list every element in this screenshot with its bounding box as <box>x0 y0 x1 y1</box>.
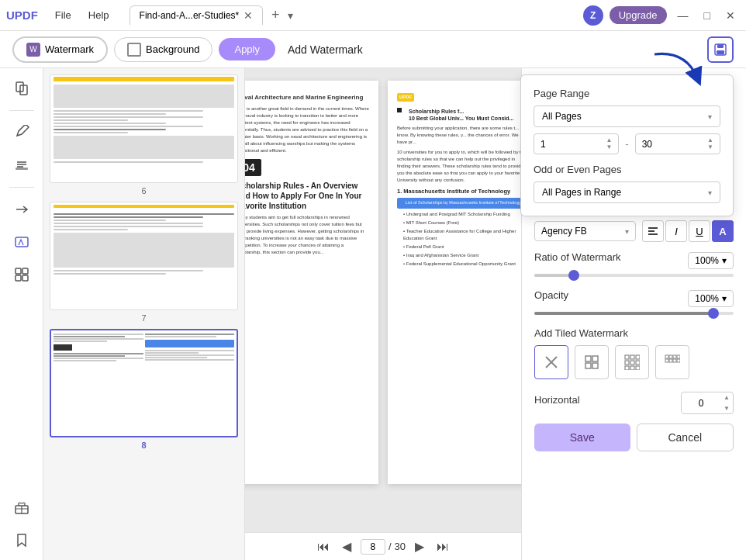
thumb-8-left <box>54 333 143 429</box>
odd-even-title: Odd or Even Pages <box>534 164 720 175</box>
italic-button[interactable]: I <box>665 220 687 242</box>
thumb-yellow-bar-7 <box>54 205 234 208</box>
ratio-slider-thumb[interactable] <box>568 270 579 281</box>
sidebar-icon-organize[interactable] <box>8 261 36 289</box>
thumb-line-7-6 <box>54 229 128 230</box>
underline-button[interactable]: U <box>689 220 710 242</box>
pdf-logo: UPDF <box>397 93 521 102</box>
toolbar: W Watermark Background Apply Add Waterma… <box>0 31 746 68</box>
prev-page-button[interactable]: ◀ <box>339 539 354 554</box>
opacity-section: Opacity 100% ▾ <box>534 289 734 315</box>
svg-rect-26 <box>630 361 634 365</box>
from-page-input[interactable]: ▲ ▼ <box>534 133 619 154</box>
minimize-button[interactable]: — <box>673 9 693 22</box>
svg-rect-34 <box>677 355 680 358</box>
thumbnail-page-7[interactable]: 7 <box>50 202 238 323</box>
horizontal-down-btn[interactable]: ▼ <box>720 403 733 414</box>
from-page-spin: ▲ ▼ <box>606 137 612 150</box>
tab-close-icon[interactable]: ✕ <box>243 9 253 22</box>
horizontal-up-btn[interactable]: ▲ <box>720 392 733 403</box>
new-tab-button[interactable]: + <box>266 7 285 23</box>
thumb-line-7-7 <box>54 270 203 271</box>
opacity-slider-track[interactable] <box>534 312 734 315</box>
to-down-btn[interactable]: ▼ <box>707 144 713 150</box>
ratio-value-select[interactable]: 100% ▾ <box>688 252 734 269</box>
menu-help[interactable]: Help <box>81 6 117 24</box>
to-up-btn[interactable]: ▲ <box>707 137 713 143</box>
cancel-button[interactable]: Cancel <box>637 423 734 451</box>
background-tab-button[interactable]: Background <box>114 37 212 62</box>
sidebar-icon-annotate[interactable] <box>8 151 36 179</box>
svg-rect-11 <box>22 275 28 281</box>
font-name-label: Agency FB <box>541 226 587 237</box>
tiled-option-4x4[interactable] <box>655 345 689 379</box>
svg-rect-8 <box>16 268 21 274</box>
sidebar-icon-convert[interactable] <box>8 195 36 223</box>
opacity-label: Opacity <box>534 289 568 301</box>
to-page-input[interactable]: ▲ ▼ <box>635 133 720 154</box>
thumbnail-page-8[interactable]: 8 <box>50 329 238 450</box>
sidebar-icon-watermark[interactable] <box>8 228 36 256</box>
active-tab[interactable]: Find-and-A...er-Studies* ✕ <box>130 5 264 25</box>
pdf-page-right: UPDF Scholarship Rules f... 10 Best Glob… <box>388 81 521 484</box>
horizontal-value-field[interactable] <box>682 394 720 413</box>
close-button[interactable]: ✕ <box>721 9 740 22</box>
opacity-value-select[interactable]: 100% ▾ <box>688 290 734 307</box>
thumb-page-num-7: 7 <box>50 313 238 323</box>
maximize-button[interactable]: □ <box>699 9 715 22</box>
tiled-grid <box>534 345 734 379</box>
t8l5 <box>54 353 143 354</box>
svg-rect-20 <box>585 363 591 368</box>
format-buttons: I U A <box>642 220 734 242</box>
next-page-button[interactable]: ▶ <box>412 539 427 554</box>
tiled-option-none[interactable] <box>534 345 568 379</box>
dropdown-caret-icon: ▾ <box>708 112 712 121</box>
t8l8 <box>54 360 116 361</box>
current-page-input[interactable] <box>361 539 385 555</box>
svg-rect-28 <box>625 366 629 370</box>
ratio-slider-track[interactable] <box>534 274 734 277</box>
watermark-tab-button[interactable]: W Watermark <box>12 36 108 63</box>
tiled-option-2x2[interactable] <box>575 345 609 379</box>
from-up-btn[interactable]: ▲ <box>606 137 612 143</box>
bottom-navigation: ⏮ ◀ / 30 ▶ ⏭ <box>245 532 521 560</box>
last-page-button[interactable]: ⏭ <box>433 540 452 554</box>
menu-file[interactable]: File <box>47 6 79 24</box>
pdf-mit-link: List of Scholarships by Massachusetts In… <box>397 198 521 209</box>
add-watermark-title: Add Watermark <box>288 43 363 56</box>
pdf-bullet-5: • Federal Supplemental Educational Oppor… <box>397 261 521 268</box>
color-button[interactable]: A <box>712 220 734 242</box>
to-page-field[interactable] <box>642 139 707 150</box>
save-button[interactable]: Save <box>534 423 630 451</box>
font-selector[interactable]: Agency FB ▾ <box>534 221 636 241</box>
from-page-field[interactable] <box>541 139 606 150</box>
thumbnail-page-6[interactable]: 6 <box>50 74 238 195</box>
sidebar-icon-gift[interactable] <box>8 493 36 521</box>
opacity-slider-thumb[interactable] <box>708 308 719 319</box>
all-pages-dropdown[interactable]: All Pages ▾ <box>534 105 720 127</box>
sidebar-icon-bookmark[interactable] <box>8 526 36 554</box>
tiled-option-3x3[interactable] <box>615 345 649 379</box>
tab-list-icon[interactable]: ▾ <box>288 9 293 22</box>
odd-even-label: All Pages in Range <box>542 187 621 198</box>
save-icon-button[interactable] <box>707 36 734 63</box>
odd-even-dropdown[interactable]: All Pages in Range ▾ <box>534 181 720 203</box>
pdf-bullet-4: • Iraq and Afghanistan Service Grant <box>397 252 521 259</box>
page-range-popup: Page Range All Pages ▾ ▲ ▼ - ▲ <box>521 74 734 216</box>
ratio-section: Ratio of Watermark 100% ▾ <box>534 251 734 277</box>
t8r1 <box>145 334 235 335</box>
first-page-button[interactable]: ⏮ <box>314 540 333 554</box>
sidebar-icon-edit[interactable] <box>8 119 36 147</box>
pdf-bullet-2: • Teacher Education Assistance for Colle… <box>397 228 521 242</box>
align-left-button[interactable] <box>642 220 664 242</box>
thumb-line-3 <box>54 116 203 118</box>
odd-even-section: Odd or Even Pages All Pages in Range ▾ <box>534 164 720 203</box>
upgrade-button[interactable]: Upgrade <box>610 6 667 24</box>
apply-button[interactable]: Apply <box>219 38 275 60</box>
svg-rect-18 <box>585 356 591 361</box>
t8l7 <box>54 358 143 359</box>
horizontal-input[interactable]: ▲ ▼ <box>681 392 734 414</box>
sidebar-icon-pages[interactable] <box>8 74 36 102</box>
from-down-btn[interactable]: ▼ <box>606 144 612 150</box>
svg-rect-6 <box>16 168 28 170</box>
